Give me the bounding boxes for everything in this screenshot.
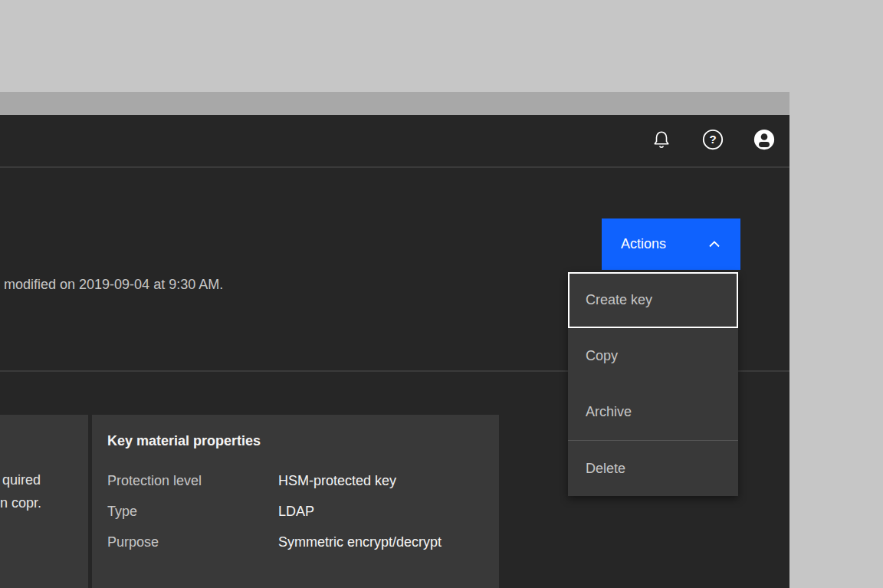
property-label: Type (107, 502, 278, 521)
description-card-clipped: quired n copr. (0, 415, 88, 588)
user-avatar-icon (753, 128, 776, 153)
clipped-text-line-2: n copr. (0, 491, 88, 514)
svg-text:?: ? (709, 133, 716, 146)
menu-item-copy[interactable]: Copy (568, 328, 738, 384)
notifications-button[interactable] (635, 115, 687, 166)
help-button[interactable]: ? (687, 115, 738, 166)
user-avatar-button[interactable] (738, 115, 789, 166)
app-header: ? (0, 115, 789, 168)
menu-item-create-key[interactable]: Create key (568, 272, 738, 328)
property-value: LDAP (278, 502, 484, 521)
property-label: Protection level (107, 471, 278, 490)
chevron-up-icon (709, 238, 720, 250)
menu-item-archive[interactable]: Archive (568, 384, 738, 440)
property-label: Purpose (107, 533, 278, 551)
property-value: Symmetric encrypt/decrypt (278, 533, 484, 551)
properties-table: Protection level HSM-protected key Type … (107, 471, 484, 551)
card-title: Key material properties (107, 432, 484, 450)
window-titlebar (0, 92, 789, 115)
actions-button-label: Actions (621, 236, 666, 252)
last-modified-text: modified on 2019-09-04 at 9:30 AM. (4, 275, 223, 294)
property-value: HSM-protected key (278, 471, 484, 490)
actions-button[interactable]: Actions (602, 218, 740, 270)
clipped-text-line-1: quired (0, 468, 88, 491)
bell-icon (652, 130, 671, 152)
help-icon: ? (701, 128, 724, 153)
menu-item-delete[interactable]: Delete (568, 440, 738, 496)
actions-dropdown-menu: Create key Copy Archive Delete (568, 272, 738, 496)
key-material-properties-card: Key material properties Protection level… (92, 415, 499, 588)
